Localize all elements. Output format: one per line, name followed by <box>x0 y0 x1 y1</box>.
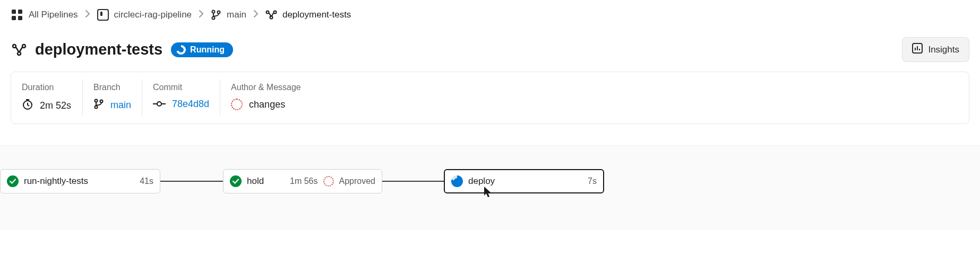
svg-rect-0 <box>12 10 16 14</box>
breadcrumb: All Pipelines circleci-rag-pipeline main <box>11 6 969 34</box>
job-name: hold <box>247 176 285 187</box>
status-badge-label: Running <box>190 45 225 55</box>
svg-point-4 <box>212 11 215 13</box>
avatar <box>231 99 243 110</box>
breadcrumb-branch-label: main <box>227 10 246 20</box>
job-name: deploy <box>468 176 582 187</box>
commit-label: Commit <box>153 83 209 92</box>
breadcrumb-all-pipelines[interactable]: All Pipelines <box>11 8 78 21</box>
approved-label: Approved <box>339 176 376 186</box>
connector-line <box>382 181 444 182</box>
svg-point-9 <box>270 16 272 19</box>
dashboard-icon <box>11 8 23 21</box>
breadcrumb-project[interactable]: circleci-rag-pipeline <box>97 9 192 21</box>
chevron-right-icon <box>85 10 90 20</box>
breadcrumb-workflow-label: deployment-tests <box>282 10 351 20</box>
svg-point-11 <box>22 45 25 48</box>
chevron-right-icon <box>199 10 203 20</box>
breadcrumb-all-pipelines-label: All Pipelines <box>29 10 78 20</box>
connector-line <box>160 181 223 182</box>
running-icon <box>451 175 463 187</box>
svg-point-6 <box>218 11 220 14</box>
job-card-deploy[interactable]: deploy 7s <box>444 169 604 193</box>
author-label: Author & Message <box>231 83 301 92</box>
commit-icon <box>153 99 166 110</box>
duration-label: Duration <box>22 83 72 92</box>
branch-icon <box>211 10 221 20</box>
workflow-icon <box>12 43 27 56</box>
bar-chart-icon <box>912 43 923 56</box>
svg-point-16 <box>95 106 98 109</box>
success-icon <box>7 175 19 187</box>
job-duration: 1m 56s <box>290 176 317 186</box>
svg-point-15 <box>95 100 98 102</box>
job-name: run-nightly-tests <box>24 176 134 187</box>
duration-value: 2m 52s <box>40 100 71 111</box>
branch-icon <box>93 99 104 112</box>
breadcrumb-project-label: circleci-rag-pipeline <box>114 10 192 20</box>
svg-point-17 <box>100 100 103 103</box>
job-duration: 41s <box>140 176 153 186</box>
clock-icon <box>22 99 33 113</box>
svg-point-12 <box>18 52 21 55</box>
svg-point-18 <box>157 102 161 106</box>
workflow-info-card: Duration 2m 52s Branch main C <box>11 72 969 124</box>
insights-button-label: Insights <box>928 45 959 55</box>
page-title: deployment-tests <box>35 41 162 58</box>
breadcrumb-workflow[interactable]: deployment-tests <box>265 10 351 20</box>
svg-rect-2 <box>12 16 16 20</box>
success-icon <box>230 175 242 187</box>
status-badge: Running <box>171 42 233 57</box>
chevron-right-icon <box>254 10 258 20</box>
svg-point-5 <box>212 17 215 20</box>
branch-label: Branch <box>93 83 131 92</box>
job-card-hold[interactable]: hold 1m 56s Approved <box>223 169 382 193</box>
breadcrumb-branch[interactable]: main <box>211 10 246 20</box>
avatar <box>323 176 334 187</box>
title-row: deployment-tests Running Insights <box>11 34 969 72</box>
running-spinner-icon <box>176 45 186 55</box>
job-card-run-nightly-tests[interactable]: run-nightly-tests 41s <box>0 169 160 193</box>
svg-rect-3 <box>18 16 22 20</box>
job-duration: 7s <box>588 176 597 186</box>
workflow-icon <box>265 10 277 20</box>
bookmark-icon <box>97 9 109 21</box>
insights-button[interactable]: Insights <box>902 37 969 62</box>
svg-point-10 <box>13 45 16 48</box>
commit-link[interactable]: 78e4d8d <box>172 99 209 110</box>
branch-link[interactable]: main <box>110 100 131 111</box>
svg-rect-1 <box>18 10 22 14</box>
commit-message: changes <box>249 99 285 110</box>
workflow-graph: run-nightly-tests 41s hold 1m 56s Approv… <box>0 145 980 230</box>
